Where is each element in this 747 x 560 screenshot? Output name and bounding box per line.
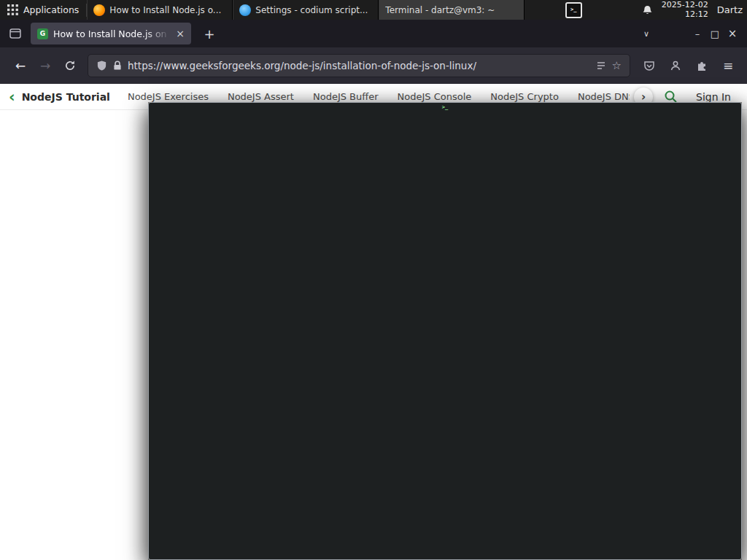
applications-grid-icon (7, 4, 18, 15)
reload-icon (64, 60, 76, 71)
top-panel: Applications How to Install Node.js o...… (0, 0, 747, 20)
bookmark-star-icon[interactable]: ☆ (612, 59, 622, 72)
navigation-toolbar: ← → https://www.geeksforgeeks.org/node-j… (0, 47, 747, 84)
browser-close-button[interactable]: × (724, 27, 741, 40)
nav-item[interactable]: NodeJS Exercises (128, 91, 209, 102)
firefox-view-button[interactable] (6, 24, 25, 43)
applications-label: Applications (23, 4, 79, 15)
tracking-shield-icon[interactable] (96, 60, 107, 71)
panel-clock[interactable]: 2025-12-02 12:12 (662, 1, 708, 19)
url-bar[interactable]: https://www.geeksforgeeks.org/node-js/in… (88, 54, 630, 77)
desktop: Applications How to Install Node.js o...… (0, 0, 747, 560)
new-tab-button[interactable]: + (200, 26, 219, 42)
codium-icon (239, 4, 251, 16)
tray-terminal-icon[interactable]: >_ (565, 2, 582, 18)
clock-time: 12:12 (662, 10, 708, 20)
browser-maximize-button[interactable]: □ (706, 28, 724, 39)
user-label: Dartz (717, 4, 744, 15)
panel-window-label: Terminal - dartz@vm3: ~ (385, 5, 495, 15)
tab-title: How to Install Node.js on (53, 28, 171, 39)
account-icon[interactable] (665, 55, 686, 76)
nav-item[interactable]: NodeJS Crypto (490, 91, 559, 102)
list-all-tabs-icon[interactable]: ∨ (638, 29, 655, 39)
reload-button[interactable] (58, 54, 82, 77)
clock-date: 2025-12-02 (662, 1, 708, 10)
panel-window-label: How to Install Node.js o... (109, 5, 221, 15)
panel-window-button-firefox[interactable]: How to Install Node.js o... (87, 0, 233, 20)
pocket-icon[interactable] (639, 55, 659, 76)
terminal-icon: >_ (148, 102, 742, 560)
toolbar-icons: ≡ (639, 55, 738, 76)
window-controls: ∨ – □ × (638, 27, 741, 40)
menu-icon[interactable]: ≡ (718, 55, 738, 76)
url-text: https://www.geeksforgeeks.org/node-js/in… (128, 60, 590, 71)
nav-item[interactable]: NodeJS Buffer (313, 91, 379, 102)
panel-window-buttons: How to Install Node.js o...Settings - co… (87, 0, 525, 20)
lock-icon[interactable] (113, 61, 122, 71)
nav-item[interactable]: NodeJS DNS (578, 91, 630, 102)
back-button[interactable]: ← (9, 54, 32, 77)
panel-window-label: Settings - codium script... (255, 5, 368, 15)
extensions-icon[interactable] (692, 55, 712, 76)
nav-item[interactable]: NodeJS Assert (228, 91, 294, 102)
nav-active-item[interactable]: NodeJS Tutorial (22, 91, 110, 103)
nav-item[interactable]: NodeJS Console (398, 91, 472, 102)
panel-window-button-terminal[interactable]: >_Terminal - dartz@vm3: ~ (379, 0, 525, 20)
gfg-favicon: G (37, 28, 48, 39)
nav-back-chevron-icon[interactable]: ‹ (9, 90, 15, 104)
tab-close-icon[interactable]: × (176, 28, 185, 39)
tab-strip: G How to Install Node.js on × + ∨ – □ × (0, 20, 747, 47)
panel-window-button-codium[interactable]: Settings - codium script... (233, 0, 379, 20)
panel-tray: >_ 2025-12-02 12:12 Dartz (565, 0, 747, 20)
firefox-icon (93, 4, 105, 16)
firefox-view-icon (9, 28, 21, 39)
browser-minimize-button[interactable]: – (689, 28, 706, 39)
gfg-nav-items: NodeJS ExercisesNodeJS AssertNodeJS Buff… (128, 91, 630, 102)
applications-menu[interactable]: Applications (0, 0, 86, 20)
notification-bell-icon[interactable] (642, 4, 653, 16)
browser-tab[interactable]: G How to Install Node.js on × (31, 23, 191, 44)
reader-view-icon[interactable] (596, 61, 606, 71)
forward-button[interactable]: → (34, 54, 57, 77)
